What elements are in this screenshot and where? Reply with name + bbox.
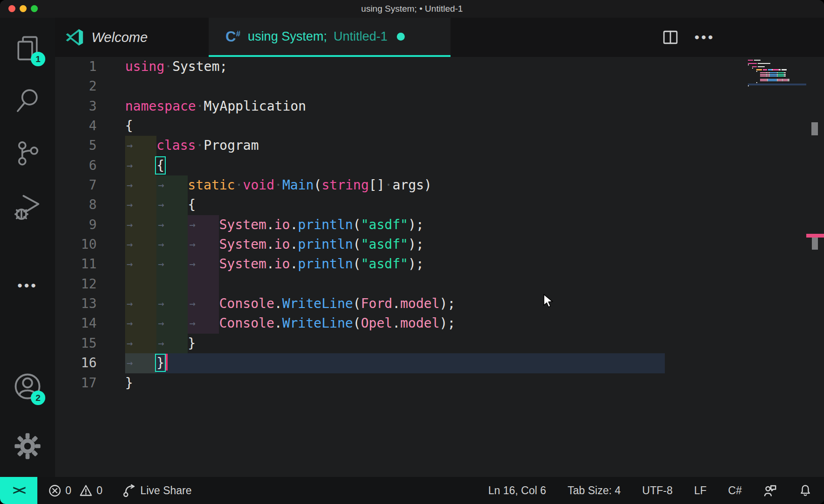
code-token: .: [392, 296, 400, 311]
code-line[interactable]: 4{: [55, 116, 824, 136]
sidebar-item-source-control[interactable]: [0, 133, 55, 175]
minimap-line: [756, 82, 757, 83]
code-line[interactable]: 3namespace·MyApplication: [55, 97, 824, 116]
code-line[interactable]: →→→9System.io.println("asdf");: [55, 215, 824, 235]
code-token: println: [298, 256, 353, 272]
code-text: namespace·MyApplication: [125, 97, 306, 116]
code-line[interactable]: 2: [55, 77, 824, 96]
tab-whitespace-arrow: →: [158, 235, 164, 254]
sidebar-item-run-debug[interactable]: [0, 185, 55, 228]
language-mode-status[interactable]: C#: [728, 484, 742, 497]
code-token: io: [275, 217, 290, 232]
code-line[interactable]: →→7static·void·Main(string[]·args): [55, 175, 824, 195]
code-token: WriteLine: [282, 315, 353, 331]
tab-whitespace-arrow: →: [158, 175, 164, 195]
tab-whitespace-arrow: →: [127, 215, 133, 235]
code-text: }: [156, 353, 168, 373]
tab-size-status[interactable]: Tab Size: 4: [568, 484, 621, 497]
live-share-status[interactable]: Live Share: [122, 483, 192, 497]
code-line[interactable]: 1using·System;: [55, 57, 824, 77]
code-token: );: [408, 256, 424, 272]
close-window-button[interactable]: [8, 5, 15, 12]
eol-status[interactable]: LF: [694, 484, 707, 497]
unsaved-changes-dot[interactable]: [397, 33, 405, 41]
tab-whitespace-arrow: →: [127, 314, 133, 333]
code-token: println: [298, 217, 353, 232]
sidebar-item-more-actions[interactable]: •••: [0, 264, 55, 307]
minimap-line: [760, 74, 786, 75]
code-text: System.io.println("asdf");: [219, 254, 424, 274]
line-number: 6: [55, 156, 97, 175]
code-editor[interactable]: 1using·System;23namespace·MyApplication4…: [55, 57, 824, 477]
code-token: .: [290, 237, 298, 252]
sidebar-item-settings[interactable]: [0, 425, 55, 468]
code-token: args): [393, 177, 432, 193]
code-line[interactable]: →→8{: [55, 195, 824, 215]
code-token: .: [392, 315, 400, 331]
code-line[interactable]: →→→13Console.WriteLine(Ford.model);: [55, 294, 824, 314]
encoding-status[interactable]: UTF-8: [642, 484, 673, 497]
code-lines: 1using·System;23namespace·MyApplication4…: [55, 57, 824, 393]
errors-count: 0: [65, 484, 71, 497]
code-line[interactable]: →→→10System.io.println("asdf");: [55, 235, 824, 254]
code-token: );: [440, 296, 456, 311]
line-number: 1: [55, 57, 97, 77]
code-token: .: [267, 217, 275, 232]
minimize-window-button[interactable]: [20, 5, 27, 12]
tab-whitespace-arrow: →: [189, 215, 195, 235]
code-line[interactable]: →→→11System.io.println("asdf");: [55, 254, 824, 274]
minimap-line: [756, 71, 757, 72]
code-line[interactable]: 17}: [55, 373, 824, 393]
code-line[interactable]: →5class·Program: [55, 136, 824, 155]
code-token: (: [314, 177, 322, 193]
code-token: }: [188, 336, 196, 351]
line-number: 12: [55, 274, 97, 294]
code-line[interactable]: →16}: [55, 353, 824, 373]
tab-whitespace-arrow: →: [127, 254, 133, 274]
code-token: void: [243, 177, 274, 193]
zoom-window-button[interactable]: [31, 5, 38, 12]
tab-whitespace-arrow: →: [127, 294, 133, 314]
split-editor-button[interactable]: [662, 29, 678, 45]
vscode-logo-icon: [65, 28, 84, 47]
more-actions-button[interactable]: •••: [694, 30, 715, 44]
code-token: Console: [219, 296, 275, 311]
cursor-position-status[interactable]: Ln 16, Col 6: [488, 484, 546, 497]
status-bar: >< 0 0 Live Share: [0, 477, 824, 504]
code-line[interactable]: 12: [55, 274, 824, 294]
tab-whitespace-arrow: →: [127, 334, 133, 353]
code-token: ·: [385, 177, 393, 193]
remote-indicator[interactable]: ><: [0, 477, 37, 504]
code-token: System: [219, 237, 267, 252]
tab-whitespace-arrow: →: [158, 215, 164, 235]
code-line[interactable]: →6{: [55, 156, 824, 175]
line-number: 17: [55, 373, 97, 393]
code-line[interactable]: →→15}: [55, 334, 824, 353]
code-text: using·System;: [125, 57, 227, 77]
tab-whitespace-arrow: →: [127, 195, 133, 215]
feedback-icon[interactable]: [763, 483, 777, 497]
code-token: model: [400, 296, 439, 311]
tab-welcome[interactable]: Welcome: [55, 18, 209, 57]
code-token: {: [156, 158, 164, 173]
code-token: "asdf": [361, 256, 408, 272]
code-token: string: [322, 177, 369, 193]
problems-status[interactable]: 0 0: [49, 484, 103, 497]
sidebar-item-explorer[interactable]: 1: [0, 26, 55, 69]
code-line[interactable]: →→→14Console.WriteLine(Opel.model);: [55, 314, 824, 333]
live-share-icon: [122, 483, 136, 497]
line-number: 10: [55, 235, 97, 254]
minimap-line: [760, 76, 786, 77]
code-token: (: [353, 217, 361, 232]
sidebar-item-accounts[interactable]: 2: [0, 365, 55, 408]
indent-guide-block: [188, 274, 219, 294]
tab-using-system[interactable]: C# using System; Untitled-1: [209, 18, 451, 57]
line-number: 13: [55, 294, 97, 314]
code-token: .: [275, 296, 282, 311]
traffic-lights: [8, 5, 38, 12]
overview-ruler-marker[interactable]: [812, 238, 818, 250]
bell-icon[interactable]: [799, 484, 812, 497]
indent-guide-block: [156, 274, 188, 294]
overview-ruler-marker[interactable]: [811, 122, 818, 135]
sidebar-item-search[interactable]: [0, 80, 55, 123]
